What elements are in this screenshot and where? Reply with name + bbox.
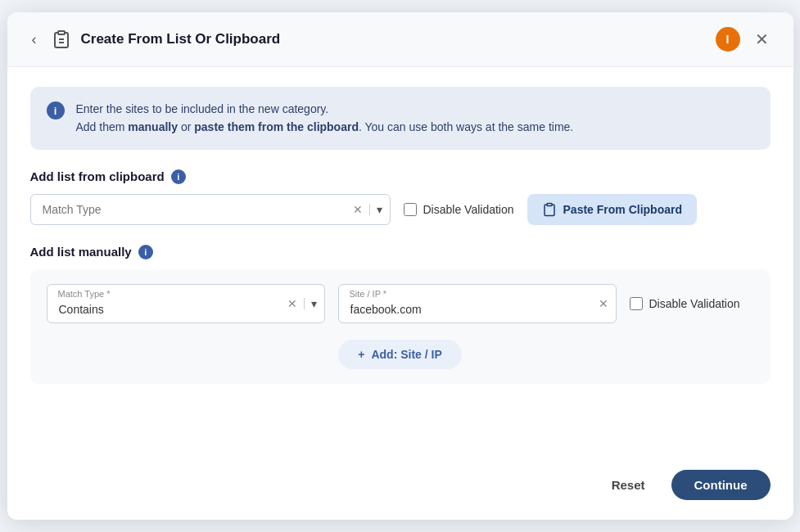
clipboard-match-type-dropdown[interactable]: ▾ [377, 203, 382, 216]
dialog-header: ‹ Create From List Or Clipboard I ✕ [7, 12, 793, 67]
dialog: ‹ Create From List Or Clipboard I ✕ i En… [7, 12, 793, 520]
info-line1: Enter the sites to be included in the ne… [76, 100, 574, 118]
paste-icon [542, 202, 557, 217]
divider-line2 [304, 298, 305, 309]
info-line2: Add them manually or paste them from the… [76, 118, 574, 136]
continue-button[interactable]: Continue [671, 470, 771, 500]
manual-row: Match Type * ✕ ▾ Site / IP * ✕ [47, 284, 754, 323]
svg-rect-3 [547, 203, 552, 205]
reset-button[interactable]: Reset [599, 471, 658, 498]
manual-disable-validation-text: Disable Validation [649, 297, 740, 310]
manual-match-type-label: Match Type * [58, 289, 111, 299]
clipboard-row: ✕ ▾ Disable Validation Paste From Clipbo… [30, 194, 771, 225]
manual-section: Add list manually i Match Type * ✕ ▾ [30, 245, 771, 384]
clipboard-disable-validation-label[interactable]: Disable Validation [404, 203, 514, 216]
info-banner: i Enter the sites to be included in the … [30, 87, 771, 150]
info-or-text: or [178, 120, 194, 133]
clipboard-info-icon[interactable]: i [171, 169, 186, 184]
info-manually: manually [128, 120, 178, 133]
back-button[interactable]: ‹ [27, 29, 42, 50]
manual-site-ip-wrapper: Site / IP * ✕ [338, 284, 617, 323]
clipboard-disable-validation-checkbox[interactable] [404, 203, 417, 216]
manual-match-controls: ✕ ▾ [287, 297, 317, 310]
manual-match-type-wrapper: Match Type * ✕ ▾ [47, 284, 325, 323]
clipboard-match-type-input[interactable] [30, 194, 391, 225]
manual-site-ip-label: Site / IP * [350, 289, 387, 299]
divider-line [369, 204, 370, 215]
manual-label-text: Add list manually [30, 245, 132, 259]
clipboard-disable-validation-text: Disable Validation [423, 203, 514, 216]
dialog-footer: Reset Continue [7, 457, 793, 520]
close-button[interactable]: ✕ [750, 28, 774, 51]
clipboard-select-controls: ✕ ▾ [353, 203, 382, 216]
user-avatar: I [716, 27, 740, 52]
manual-match-type-clear[interactable]: ✕ [287, 297, 297, 310]
clipboard-section: Add list from clipboard i ✕ ▾ Disable Va… [30, 169, 771, 225]
clipboard-match-type-wrapper: ✕ ▾ [30, 194, 391, 225]
clipboard-section-label: Add list from clipboard i [30, 169, 771, 184]
info-paste-text: paste them from the clipboard [194, 120, 359, 133]
manual-info-icon[interactable]: i [138, 245, 153, 259]
info-end-text: . You can use both ways at the same time… [359, 120, 573, 133]
manual-section-label: Add list manually i [30, 245, 771, 259]
add-site-label: Add: Site / IP [371, 348, 441, 361]
info-add-text: Add them [76, 120, 129, 133]
clipboard-label-text: Add list from clipboard [30, 169, 165, 183]
dialog-title: Create From List Or Clipboard [81, 31, 706, 47]
info-banner-icon: i [47, 101, 65, 119]
dialog-body: i Enter the sites to be included in the … [7, 67, 793, 457]
paste-from-clipboard-button[interactable]: Paste From Clipboard [527, 194, 697, 225]
clipboard-header-icon [52, 29, 71, 49]
manual-match-type-dropdown[interactable]: ▾ [311, 297, 317, 310]
manual-disable-validation-label[interactable]: Disable Validation [630, 297, 740, 310]
manual-disable-validation-checkbox[interactable] [630, 297, 643, 310]
manual-section-box: Match Type * ✕ ▾ Site / IP * ✕ [30, 269, 771, 384]
add-site-button[interactable]: + Add: Site / IP [338, 340, 462, 369]
svg-rect-0 [58, 31, 65, 34]
paste-btn-label: Paste From Clipboard [563, 203, 682, 216]
clipboard-match-type-clear[interactable]: ✕ [353, 203, 363, 216]
manual-site-ip-clear[interactable]: ✕ [599, 297, 608, 310]
info-banner-text: Enter the sites to be included in the ne… [76, 100, 574, 137]
plus-icon: + [358, 348, 364, 361]
back-icon: ‹ [32, 31, 37, 47]
